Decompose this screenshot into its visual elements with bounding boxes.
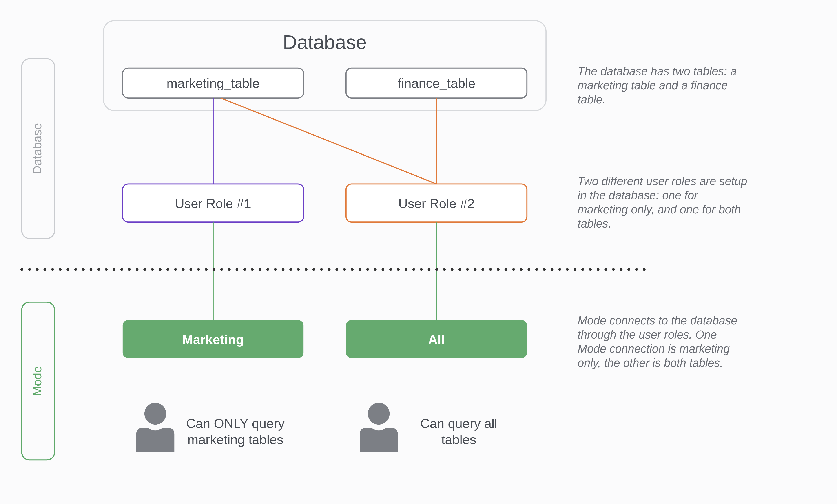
caption-roles-l4: tables. — [577, 217, 611, 230]
role1-label: User Role #1 — [175, 196, 251, 211]
caption-roles-l3: marketing only, and one for both — [577, 203, 741, 216]
connection-marketing-label: Marketing — [182, 332, 244, 347]
marketing-user-cap-line2: marketing tables — [188, 432, 283, 447]
caption-db-l1: The database has two tables: a — [577, 65, 736, 78]
all-user-cap-line1: Can query all — [420, 416, 497, 431]
caption-roles-l1: Two different user roles are setup — [577, 175, 747, 188]
svg-point-0 — [144, 403, 166, 425]
user-icon-all — [360, 403, 398, 452]
caption-mode-l3: Mode connection is marketing — [577, 342, 730, 355]
diagram-root: Database Mode Database marketing_table f… — [0, 0, 837, 504]
database-title: Database — [283, 31, 367, 53]
svg-point-1 — [368, 403, 390, 425]
role2-label: User Role #2 — [398, 196, 475, 211]
caption-db-l3: table. — [577, 93, 606, 106]
caption-db-l2: marketing table and a finance — [577, 79, 728, 92]
caption-roles-l2: in the database: one for — [577, 189, 698, 202]
database-section-label: Database — [31, 123, 44, 174]
marketing-table-label: marketing_table — [166, 76, 260, 90]
user-icon-marketing — [136, 403, 174, 452]
all-user-cap-line2: tables — [441, 432, 476, 447]
finance-table-label: finance_table — [397, 76, 475, 90]
marketing-user-cap-line1: Can ONLY query — [186, 416, 285, 431]
connection-all-label: All — [428, 332, 445, 347]
caption-mode-l1: Mode connects to the database — [577, 314, 737, 327]
mode-section-label: Mode — [31, 366, 44, 396]
caption-mode-l4: only, the other is both tables. — [577, 357, 723, 369]
caption-mode-l2: through the user roles. One — [577, 328, 717, 341]
